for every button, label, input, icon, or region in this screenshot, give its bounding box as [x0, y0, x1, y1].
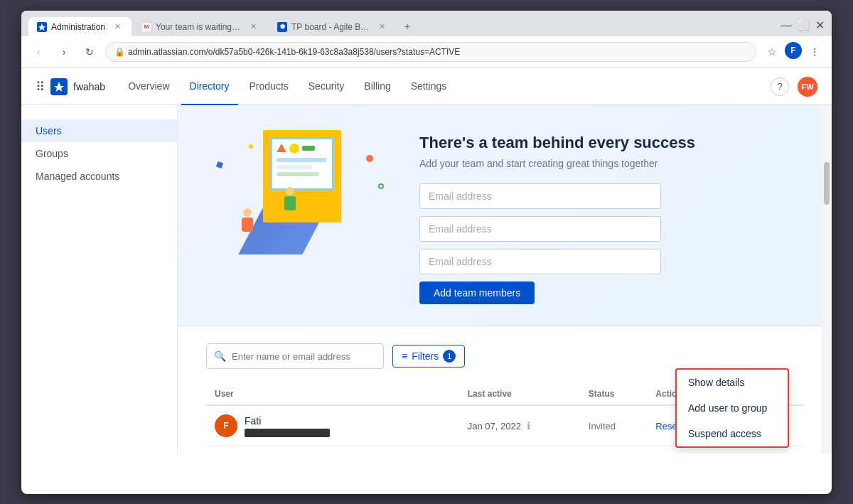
avatar-fati: F [215, 414, 237, 437]
extensions-button[interactable]: ⋮ [805, 42, 825, 62]
new-tab-button[interactable]: + [397, 16, 417, 36]
profile-button[interactable]: F [785, 42, 802, 59]
tab-gmail[interactable]: M Your team is waiting for you to j... ✕ [133, 17, 267, 36]
forward-button[interactable]: › [54, 42, 74, 62]
sidebar-item-users[interactable]: Users [21, 119, 177, 142]
minimize-button[interactable]: — [780, 19, 792, 32]
address-bar[interactable]: 🔒 admin.atlassian.com/o/dk57a5b0-426k-14… [105, 42, 756, 62]
search-icon: 🔍 [214, 350, 226, 362]
back-button[interactable]: ‹ [28, 42, 48, 62]
sidebar: Users Groups Managed accounts [21, 105, 178, 454]
context-menu: Show details Add user to group Suspend a… [675, 368, 789, 448]
maximize-button[interactable]: ⬜ [798, 20, 810, 31]
nav-directory[interactable]: Directory [181, 68, 238, 105]
user-name-fati: Fati [245, 415, 330, 427]
tab-jira[interactable]: ⬟ TP board - Agile Board - Jira ✕ [269, 17, 396, 36]
sidebar-item-managed-accounts[interactable]: Managed accounts [21, 165, 177, 188]
grid-menu-icon[interactable]: ⠿ [36, 79, 45, 95]
nav-billing[interactable]: Billing [355, 68, 399, 105]
last-active-fatima: Jan 07, 2022 ℹ [459, 446, 580, 454]
status-fatima: Invited [580, 446, 648, 454]
email-input-1[interactable] [419, 183, 661, 209]
tab-close-administration[interactable]: ✕ [112, 21, 123, 32]
col-user: User [206, 383, 459, 405]
app-header: ⠿ fwahab Overview Directory Products Sec… [21, 68, 832, 105]
context-show-details[interactable]: Show details [677, 370, 788, 395]
table-controls: 🔍 ≡ Filters 1 [206, 343, 803, 369]
tab-label-administration: Administration [51, 22, 105, 32]
nav-overview[interactable]: Overview [119, 68, 178, 105]
hero-title: There's a team behind every success [419, 134, 803, 152]
help-button[interactable]: ? [771, 77, 789, 96]
nav-products[interactable]: Products [241, 68, 297, 105]
col-last-active: Last active [459, 383, 580, 405]
tab-close-gmail[interactable]: ✕ [248, 21, 259, 32]
last-active-fati: Jan 07, 2022 ℹ [459, 405, 580, 446]
atlassian-tab-icon [37, 22, 47, 32]
sidebar-item-groups[interactable]: Groups [21, 142, 177, 165]
main-content: There's a team behind every success Add … [178, 105, 832, 454]
search-box: 🔍 [206, 343, 384, 369]
reload-button[interactable]: ↻ [80, 42, 100, 62]
filter-icon: ≡ [402, 350, 407, 362]
add-team-members-button[interactable]: Add team members [419, 282, 535, 304]
bookmark-button[interactable]: ☆ [762, 42, 782, 62]
header-nav: Overview Directory Products Security Bil… [119, 68, 771, 105]
user-email-fati [245, 429, 330, 437]
context-add-user-to-group[interactable]: Add user to group [677, 395, 788, 421]
email-input-3[interactable] [419, 249, 661, 274]
context-suspend-access[interactable]: Suspend access [677, 421, 788, 446]
lock-icon: 🔒 [114, 47, 125, 57]
jira-tab-icon: ⬟ [277, 22, 287, 32]
scrollbar[interactable] [822, 105, 832, 454]
scrollbar-thumb [824, 162, 830, 205]
hero-right: There's a team behind every success Add … [419, 127, 803, 304]
col-status: Status [580, 383, 648, 405]
hero-section: There's a team behind every success Add … [178, 105, 832, 326]
tab-label-jira: TP board - Agile Board - Jira [291, 22, 370, 32]
hero-subtitle: Add your team and start creating great t… [419, 158, 803, 169]
tab-close-jira[interactable]: ✕ [377, 21, 387, 32]
close-button[interactable]: ✕ [815, 18, 825, 32]
email-input-2[interactable] [419, 216, 661, 242]
org-name: fwahab [73, 81, 105, 92]
user-avatar[interactable]: FW [798, 77, 817, 97]
hero-illustration [206, 127, 391, 254]
search-input[interactable] [232, 351, 376, 362]
nav-security[interactable]: Security [300, 68, 353, 105]
tab-label-gmail: Your team is waiting for you to j... [156, 22, 241, 32]
filter-button[interactable]: ≡ Filters 1 [392, 345, 465, 368]
gmail-tab-icon: M [141, 22, 151, 32]
tab-administration[interactable]: Administration ✕ [28, 17, 132, 36]
filter-count-badge: 1 [443, 350, 456, 363]
user-cell-fati: F Fati [215, 414, 451, 437]
status-fati: Invited [580, 405, 648, 446]
info-icon-fati: ℹ [527, 420, 530, 431]
atlassian-logo [50, 78, 68, 95]
filter-label: Filters [412, 350, 439, 362]
header-right: ? FW [771, 77, 817, 97]
nav-settings[interactable]: Settings [402, 68, 456, 105]
url-text: admin.atlassian.com/o/dk57a5b0-426k-141b… [128, 47, 460, 57]
